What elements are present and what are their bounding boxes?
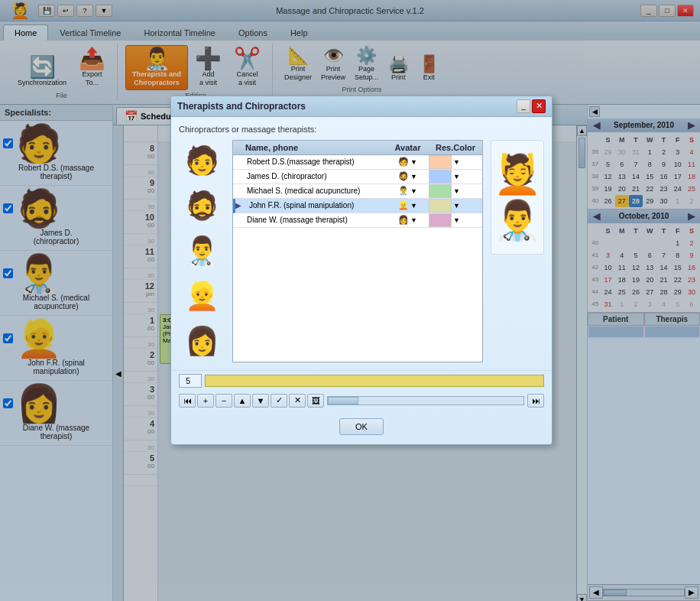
- modal-title: Therapists and Chiropractors: [177, 101, 306, 112]
- modal-table-area: 🧑 🧔 👨‍⚕️ 👱 👩 Name, phone Avatar Res.Colo…: [179, 140, 544, 362]
- modal-res-color-1[interactable]: [429, 155, 452, 169]
- modal-count: 5: [179, 374, 202, 388]
- therapists-modal: Therapists and Chiropractors _ ✕ Chiropr…: [170, 96, 553, 445]
- modal-res-color-3[interactable]: [429, 184, 452, 198]
- modal-res-dropdown-2[interactable]: ▼: [453, 173, 460, 180]
- modal-row-avatar-4: 👱 ▼: [387, 200, 429, 210]
- modal-res-color-2[interactable]: [429, 170, 452, 184]
- modal-title-bar: Therapists and Chiropractors _ ✕: [171, 96, 552, 117]
- modal-row-res-2: ▼: [429, 170, 482, 184]
- modal-row-name-3: Michael S. (medical acupuncture): [244, 184, 387, 197]
- modal-ok-area: OK: [171, 412, 552, 444]
- modal-table-header: Name, phone Avatar Res.Color: [233, 141, 482, 155]
- modal-tool-down[interactable]: ▼: [252, 394, 269, 408]
- modal-row-3[interactable]: Michael S. (medical acupuncture) 👨‍⚕️ ▼ …: [233, 184, 482, 199]
- modal-tool-remove[interactable]: −: [216, 394, 232, 408]
- modal-avatars-col: 🧑 🧔 👨‍⚕️ 👱 👩: [179, 140, 225, 362]
- modal-toolbar: ⏮ + − ▲ ▼ ✓ ✕ 🖼 ⏭: [171, 391, 552, 412]
- modal-subtitle: Chiropractors or massage therapists:: [179, 125, 544, 134]
- modal-tool-check[interactable]: ✓: [271, 394, 287, 408]
- modal-col-avatar-header: Avatar: [387, 141, 429, 154]
- modal-row-avatar-3: 👨‍⚕️ ▼: [387, 186, 429, 196]
- modal-res-color-4[interactable]: [429, 199, 452, 213]
- modal-close-button[interactable]: ✕: [532, 99, 546, 113]
- modal-row-res-1: ▼: [429, 155, 482, 169]
- chiro-avatar-display: 💆👨‍⚕️: [494, 151, 541, 243]
- modal-res-color-5[interactable]: [429, 213, 452, 227]
- modal-col-name-header: Name, phone: [241, 141, 387, 154]
- modal-scroll-thumb[interactable]: [328, 397, 358, 404]
- modal-row-name-2: James D. (chiropractor): [244, 170, 387, 183]
- modal-avatar-4: 👱: [179, 275, 225, 317]
- modal-tool-first[interactable]: ⏮: [179, 394, 196, 408]
- modal-row-avatar-2: 🧔 ▼: [387, 171, 429, 181]
- modal-avatar-1: 🧑: [179, 140, 225, 182]
- modal-row-res-5: ▼: [429, 213, 482, 227]
- modal-row-5[interactable]: Diane W. (massage therapist) 👩 ▼ ▼: [233, 213, 482, 228]
- modal-title-controls: _ ✕: [517, 99, 546, 113]
- modal-tool-cancel[interactable]: ✕: [289, 394, 306, 408]
- modal-row-avatar-icon-2: 🧔: [398, 171, 409, 181]
- modal-chiro-image: 💆👨‍⚕️: [491, 140, 544, 255]
- modal-ok-button[interactable]: OK: [339, 418, 384, 435]
- modal-row-name-5: Diane W. (massage therapist): [244, 213, 387, 226]
- modal-row-avatar-icon-3: 👨‍⚕️: [398, 186, 409, 196]
- modal-row-avatar-5: 👩 ▼: [387, 215, 429, 225]
- modal-scrollbar[interactable]: [327, 396, 524, 405]
- modal-tool-up[interactable]: ▲: [234, 394, 251, 408]
- modal-avatar-dropdown-4[interactable]: ▼: [410, 202, 417, 210]
- modal-avatar-3: 👨‍⚕️: [179, 230, 225, 272]
- modal-count-bar: [205, 375, 544, 387]
- modal-row-res-3: ▼: [429, 184, 482, 198]
- modal-row-name-1: Robert D.S.(massage therapist): [244, 155, 387, 168]
- modal-avatar-dropdown-2[interactable]: ▼: [410, 173, 417, 180]
- modal-minimize[interactable]: _: [517, 99, 530, 113]
- modal-row-2[interactable]: James D. (chiropractor) 🧔 ▼ ▼: [233, 170, 482, 184]
- modal-specialists-table: Name, phone Avatar Res.Color Robert D.S.…: [232, 140, 483, 362]
- modal-footer: 5: [171, 370, 552, 391]
- modal-tool-add[interactable]: +: [197, 394, 214, 408]
- modal-res-dropdown-1[interactable]: ▼: [453, 158, 460, 166]
- modal-avatar-2: 🧔: [179, 185, 225, 227]
- modal-row-res-4: ▼: [429, 199, 482, 213]
- modal-overlay[interactable]: Therapists and Chiropractors _ ✕ Chiropr…: [0, 0, 700, 601]
- modal-row-avatar-1: 🧑 ▼: [387, 157, 429, 167]
- modal-tool-last[interactable]: ⏭: [527, 394, 544, 408]
- modal-avatar-dropdown-3[interactable]: ▼: [410, 187, 417, 195]
- modal-avatar-dropdown-5[interactable]: ▼: [410, 216, 417, 224]
- modal-row-marker-4: ▶: [235, 201, 246, 210]
- modal-res-dropdown-5[interactable]: ▼: [453, 216, 460, 224]
- modal-body: Chiropractors or massage therapists: 🧑 🧔…: [171, 117, 552, 370]
- modal-tool-image[interactable]: 🖼: [307, 394, 324, 408]
- modal-row-name-4: John F.R. (spinal manipulation): [246, 199, 387, 212]
- modal-row-avatar-icon-1: 🧑: [398, 157, 409, 167]
- modal-row-avatar-icon-4: 👱: [398, 200, 409, 210]
- modal-row-avatar-icon-5: 👩: [398, 215, 409, 225]
- modal-avatar-5: 👩: [179, 320, 225, 362]
- modal-res-dropdown-4[interactable]: ▼: [453, 202, 460, 210]
- modal-col-res-header: Res.Color: [429, 141, 482, 154]
- modal-res-dropdown-3[interactable]: ▼: [453, 187, 460, 195]
- modal-row-4[interactable]: ▶ John F.R. (spinal manipulation) 👱 ▼ ▼: [233, 199, 482, 213]
- modal-avatar-dropdown-1[interactable]: ▼: [410, 158, 417, 166]
- modal-row-1[interactable]: Robert D.S.(massage therapist) 🧑 ▼ ▼: [233, 155, 482, 170]
